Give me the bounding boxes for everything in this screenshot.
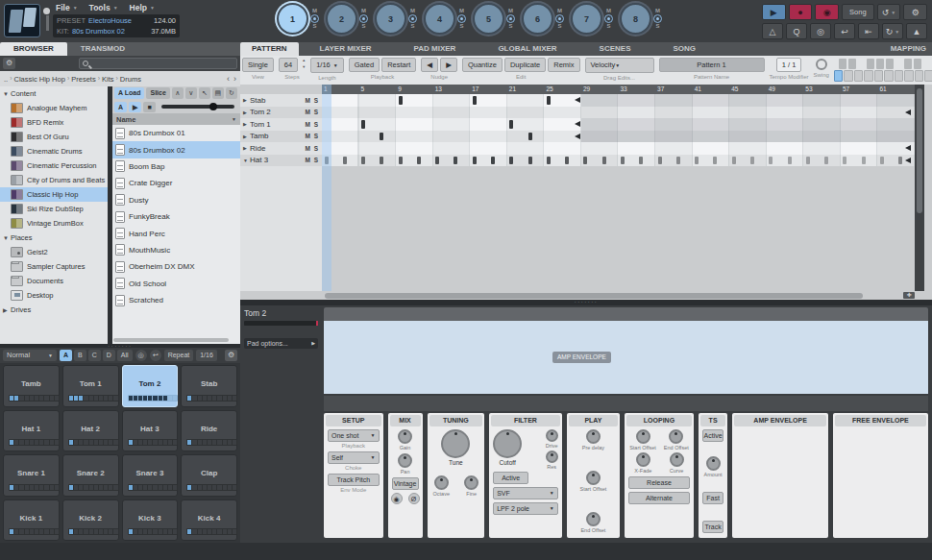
grid-row[interactable] <box>322 155 915 167</box>
overdub-button[interactable]: ◉ <box>815 4 839 20</box>
phase-invert-icon[interactable]: Ø <box>408 493 420 504</box>
redo-button[interactable]: ↻▼ <box>882 23 903 39</box>
pad-settings-icon[interactable]: ⚙ <box>225 350 237 361</box>
pattern-play-indicator-icon[interactable] <box>310 14 319 23</box>
note[interactable] <box>750 157 754 165</box>
quantize-button[interactable]: Quantize <box>462 58 503 72</box>
pattern-mute-button[interactable]: M <box>557 8 562 14</box>
filter-active-button[interactable]: Active <box>493 472 528 484</box>
note[interactable] <box>361 157 365 165</box>
tree-item[interactable]: Cinematic Drums <box>0 144 108 158</box>
xfade-knob[interactable] <box>636 452 650 467</box>
grid-row[interactable] <box>322 131 915 143</box>
note[interactable] <box>880 157 884 165</box>
tab-pad-mixer[interactable]: PAD MIXER <box>393 42 478 56</box>
note[interactable] <box>806 157 810 165</box>
duplicate-button[interactable]: Duplicate <box>504 58 546 72</box>
bank-all-button[interactable]: All <box>117 350 133 361</box>
tab-mapping[interactable]: MAPPING <box>870 42 932 56</box>
pad-kick-4[interactable]: Kick 4 <box>181 499 237 542</box>
pad-hat-1[interactable]: Hat 1 <box>3 410 60 452</box>
track-mute-solo[interactable]: M S <box>305 157 319 163</box>
note[interactable] <box>769 157 773 165</box>
metronome-button[interactable]: △ <box>762 23 783 39</box>
gain-knob[interactable] <box>398 429 412 444</box>
view-mode-button[interactable]: Single <box>242 58 274 72</box>
wave-ruler[interactable] <box>324 307 928 321</box>
choke-select[interactable]: Self▼ <box>328 451 380 464</box>
alternate-button[interactable]: Alternate <box>628 492 689 504</box>
ts-fast-button[interactable]: Fast <box>702 492 724 504</box>
load-button[interactable]: A Load <box>114 87 144 99</box>
waveform-display[interactable]: AMP ENVELOPE <box>324 321 928 394</box>
pattern-end-marker[interactable] <box>575 97 580 103</box>
file-row[interactable]: 80s Drumbox 02 <box>112 141 240 158</box>
file-row[interactable]: Crate Digger <box>112 175 240 191</box>
grid-zoom-button[interactable]: ✚ <box>903 292 915 299</box>
tree-item[interactable]: Analogue Mayhem <box>0 101 108 115</box>
release-button[interactable]: Release <box>628 476 689 489</box>
pattern-solo-button[interactable]: S <box>410 23 414 30</box>
breadcrumb-item[interactable]: Presets <box>71 75 95 84</box>
pad-stab[interactable]: Stab <box>181 365 237 407</box>
kit-value[interactable]: 80s Drumbox 02 <box>72 26 125 37</box>
pattern-circle-6[interactable]: 6 <box>522 3 553 35</box>
tree-item[interactable]: Documents <box>0 274 108 288</box>
note[interactable] <box>528 157 532 165</box>
browser-settings-icon[interactable]: ⚙ <box>3 58 15 69</box>
breadcrumb-item[interactable]: .. <box>4 75 8 84</box>
pattern-play-indicator-icon[interactable] <box>604 14 613 23</box>
preview-volume-slider[interactable] <box>161 105 234 109</box>
note[interactable] <box>862 157 866 165</box>
note[interactable] <box>399 96 403 105</box>
tree-item[interactable]: Desktop <box>0 288 108 303</box>
note[interactable] <box>325 157 329 165</box>
pad-snare-3[interactable]: Snare 3 <box>122 454 179 497</box>
tab-global-mixer[interactable]: GLOBAL MIXER <box>477 42 577 56</box>
octave-knob[interactable] <box>434 475 449 490</box>
tab-song[interactable]: SONG <box>651 42 717 56</box>
bank-c-button[interactable]: C <box>88 350 101 361</box>
down-icon[interactable]: ∨ <box>185 87 197 99</box>
breadcrumb-forward-button[interactable]: › <box>233 74 236 84</box>
note[interactable] <box>473 157 477 165</box>
pattern-mute-button[interactable]: M <box>410 8 415 14</box>
tree-item[interactable]: Best Of Guru <box>0 130 108 144</box>
tune-knob[interactable] <box>441 429 470 458</box>
note[interactable] <box>547 96 551 105</box>
cutoff-knob[interactable] <box>493 429 522 458</box>
playback-mode-select[interactable]: One shot▼ <box>328 429 380 442</box>
note[interactable] <box>658 157 662 165</box>
note[interactable] <box>621 157 625 165</box>
track-row-ride[interactable]: ▶RideM S <box>240 142 322 155</box>
start-offset-knob[interactable] <box>586 471 601 485</box>
tree-item[interactable]: Classic Hip Hop <box>0 187 108 202</box>
swing-knob[interactable] <box>816 59 827 70</box>
pattern-end-marker[interactable] <box>575 121 580 127</box>
normalize-icon[interactable]: ◉ <box>391 493 403 504</box>
pattern-circle-2[interactable]: 2 <box>326 3 357 35</box>
res-knob[interactable] <box>546 450 558 463</box>
file-row[interactable]: FunkyBreak <box>112 208 240 225</box>
fine-knob[interactable] <box>464 475 478 490</box>
tab-layer-mixer[interactable]: LAYER MIXER <box>299 42 393 56</box>
pattern-play-indicator-icon[interactable] <box>457 14 466 23</box>
pattern-solo-button[interactable]: S <box>655 23 659 30</box>
keyboard-black-key[interactable] <box>839 59 846 69</box>
return-to-start-button[interactable]: ⇤ <box>858 23 879 39</box>
keyboard-white-key[interactable] <box>924 70 932 82</box>
pattern-end-marker[interactable] <box>905 110 911 115</box>
remix-button[interactable]: Remix <box>548 58 579 72</box>
pad-tom-2[interactable]: Tom 2 <box>122 365 179 407</box>
grid-row[interactable] <box>322 107 915 119</box>
file-row[interactable]: Boom Bap <box>112 158 240 175</box>
loop-end-knob[interactable] <box>669 429 683 444</box>
track-mute-solo[interactable]: M S <box>305 133 319 139</box>
note[interactable] <box>583 157 587 165</box>
note[interactable] <box>602 157 606 165</box>
chevron-down-icon[interactable]: ▼ <box>895 29 899 35</box>
keyboard-white-key[interactable] <box>904 70 914 82</box>
note[interactable] <box>509 157 513 165</box>
keyboard-black-key[interactable] <box>914 59 921 69</box>
note[interactable] <box>639 157 643 165</box>
